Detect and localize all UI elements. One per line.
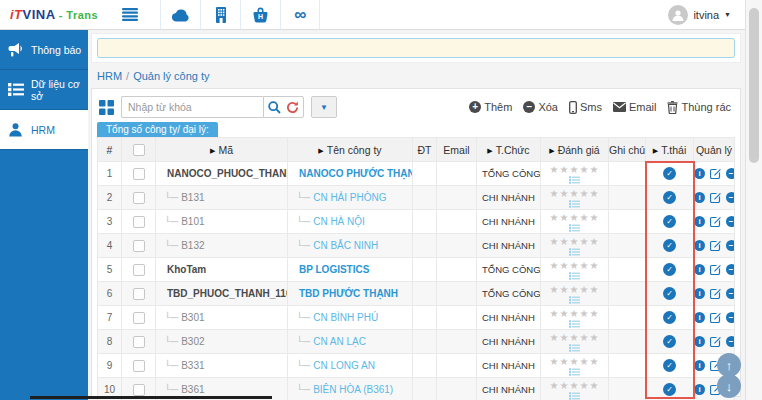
horizontal-scroll-thumb[interactable] bbox=[30, 396, 272, 399]
rating-list-icon[interactable] bbox=[569, 272, 580, 280]
info-icon[interactable]: i bbox=[694, 216, 705, 227]
edit-icon[interactable] bbox=[710, 312, 721, 323]
edit-icon[interactable] bbox=[710, 216, 721, 227]
info-icon[interactable]: i bbox=[694, 288, 705, 299]
col-header-t-thai[interactable]: ▶T.thái bbox=[646, 138, 694, 162]
deactivate-icon[interactable]: − bbox=[726, 240, 735, 251]
status-active-icon[interactable]: ✓ bbox=[663, 287, 676, 300]
status-active-icon[interactable]: ✓ bbox=[663, 215, 676, 228]
email-button[interactable]: Email bbox=[613, 101, 657, 113]
rating-list-icon[interactable] bbox=[569, 200, 580, 208]
row-checkbox[interactable] bbox=[133, 288, 145, 300]
col-header-ten-cong-ty[interactable]: ▶Tên công ty bbox=[288, 138, 413, 162]
refresh-button[interactable] bbox=[286, 101, 299, 114]
rating-stars[interactable]: ★★★★★ bbox=[541, 213, 608, 223]
rating-list-icon[interactable] bbox=[569, 176, 580, 184]
rating-stars[interactable]: ★★★★★ bbox=[541, 189, 608, 199]
row-checkbox[interactable] bbox=[133, 216, 145, 228]
rating-stars[interactable]: ★★★★★ bbox=[541, 381, 608, 391]
delete-button[interactable]: − Xóa bbox=[523, 101, 558, 113]
rating-stars[interactable]: ★★★★★ bbox=[541, 285, 608, 295]
sidebar-item-hrm[interactable]: HRM bbox=[0, 110, 88, 150]
cloud-module-button[interactable] bbox=[160, 0, 200, 29]
rating-list-icon[interactable] bbox=[569, 344, 580, 352]
company-name-link[interactable]: CN LONG AN bbox=[313, 360, 375, 371]
status-active-icon[interactable]: ✓ bbox=[663, 383, 676, 396]
breadcrumb-root-link[interactable]: HRM bbox=[97, 70, 122, 82]
deactivate-icon[interactable]: − bbox=[726, 336, 735, 347]
row-checkbox[interactable] bbox=[133, 240, 145, 252]
info-icon[interactable]: i bbox=[694, 264, 705, 275]
search-input[interactable] bbox=[121, 96, 263, 118]
rating-list-icon[interactable] bbox=[569, 296, 580, 304]
sidebar-item-du-lieu-co-so[interactable]: Dữ liệu cơ sở bbox=[0, 70, 88, 110]
col-header-ma[interactable]: ▶Mã bbox=[156, 138, 288, 162]
building-module-button[interactable] bbox=[200, 0, 240, 29]
select-all-checkbox[interactable] bbox=[133, 144, 145, 156]
trash-button[interactable]: Thùng rác bbox=[667, 101, 731, 114]
company-name-link[interactable]: TBD PHƯỚC THẠNH bbox=[299, 288, 398, 299]
edit-icon[interactable] bbox=[710, 192, 721, 203]
rating-list-icon[interactable] bbox=[569, 248, 580, 256]
rating-list-icon[interactable] bbox=[569, 368, 580, 376]
row-checkbox[interactable] bbox=[133, 264, 145, 276]
status-active-icon[interactable]: ✓ bbox=[663, 335, 676, 348]
deactivate-icon[interactable]: − bbox=[726, 192, 735, 203]
company-name-link[interactable]: BP LOGISTICS bbox=[299, 264, 369, 275]
rating-list-icon[interactable] bbox=[569, 320, 580, 328]
row-checkbox[interactable] bbox=[133, 360, 145, 372]
breadcrumb-current-link[interactable]: Quản lý công ty bbox=[133, 70, 209, 82]
rating-stars[interactable]: ★★★★★ bbox=[541, 237, 608, 247]
status-active-icon[interactable]: ✓ bbox=[663, 191, 676, 204]
deactivate-icon[interactable]: − bbox=[726, 264, 735, 275]
add-button[interactable]: + Thêm bbox=[469, 101, 512, 113]
info-icon[interactable]: i bbox=[694, 240, 705, 251]
edit-icon[interactable] bbox=[710, 168, 721, 179]
link-module-button[interactable]: ∞ bbox=[280, 0, 320, 29]
col-header-danh-gia[interactable]: ▶Đánh giá bbox=[541, 138, 609, 162]
company-name-link[interactable]: CN AN LẠC bbox=[313, 336, 366, 347]
sidebar-item-thong-bao[interactable]: Thông báo bbox=[0, 30, 88, 70]
status-active-icon[interactable]: ✓ bbox=[663, 263, 676, 276]
row-checkbox[interactable] bbox=[133, 168, 145, 180]
info-icon[interactable]: i bbox=[694, 384, 705, 395]
search-button[interactable] bbox=[268, 101, 281, 114]
edit-icon[interactable] bbox=[710, 288, 721, 299]
scroll-bottom-button[interactable]: ↓ bbox=[717, 374, 741, 398]
info-icon[interactable]: i bbox=[694, 168, 705, 179]
rating-stars[interactable]: ★★★★★ bbox=[541, 309, 608, 319]
rating-list-icon[interactable] bbox=[569, 224, 580, 232]
rating-stars[interactable]: ★★★★★ bbox=[541, 165, 608, 175]
menu-toggle-button[interactable] bbox=[110, 0, 150, 29]
hotel-module-button[interactable]: H bbox=[240, 0, 280, 29]
row-checkbox[interactable] bbox=[133, 192, 145, 204]
status-active-icon[interactable]: ✓ bbox=[663, 311, 676, 324]
status-active-icon[interactable]: ✓ bbox=[663, 167, 676, 180]
rating-stars[interactable]: ★★★★★ bbox=[541, 261, 608, 271]
filter-dropdown-button[interactable]: ▼ bbox=[311, 96, 337, 118]
info-icon[interactable]: i bbox=[694, 336, 705, 347]
info-icon[interactable]: i bbox=[694, 192, 705, 203]
user-menu[interactable]: itvina ▼ bbox=[668, 5, 745, 25]
rating-stars[interactable]: ★★★★★ bbox=[541, 357, 608, 367]
deactivate-icon[interactable]: − bbox=[726, 288, 735, 299]
row-checkbox[interactable] bbox=[133, 336, 145, 348]
company-name-link[interactable]: BIÊN HÒA (B361) bbox=[313, 384, 393, 395]
status-active-icon[interactable]: ✓ bbox=[663, 239, 676, 252]
company-name-link[interactable]: CN HÀ NỘI bbox=[313, 216, 365, 227]
sms-button[interactable]: Sms bbox=[569, 101, 602, 114]
rating-list-icon[interactable] bbox=[569, 392, 580, 400]
company-name-link[interactable]: CN HẢI PHÒNG bbox=[313, 192, 386, 203]
edit-icon[interactable] bbox=[710, 240, 721, 251]
row-checkbox[interactable] bbox=[133, 312, 145, 324]
vertical-scrollbar[interactable] bbox=[745, 0, 762, 400]
col-header-t-chuc[interactable]: ▶T.Chức bbox=[477, 138, 541, 162]
rating-stars[interactable]: ★★★★★ bbox=[541, 333, 608, 343]
grid-view-button[interactable] bbox=[99, 100, 114, 115]
company-name-link[interactable]: NANOCO PHƯỚC THẠNH bbox=[299, 168, 413, 179]
deactivate-icon[interactable]: − bbox=[726, 216, 735, 227]
info-icon[interactable]: i bbox=[694, 312, 705, 323]
edit-icon[interactable] bbox=[710, 264, 721, 275]
status-active-icon[interactable]: ✓ bbox=[663, 359, 676, 372]
deactivate-icon[interactable]: − bbox=[726, 312, 735, 323]
